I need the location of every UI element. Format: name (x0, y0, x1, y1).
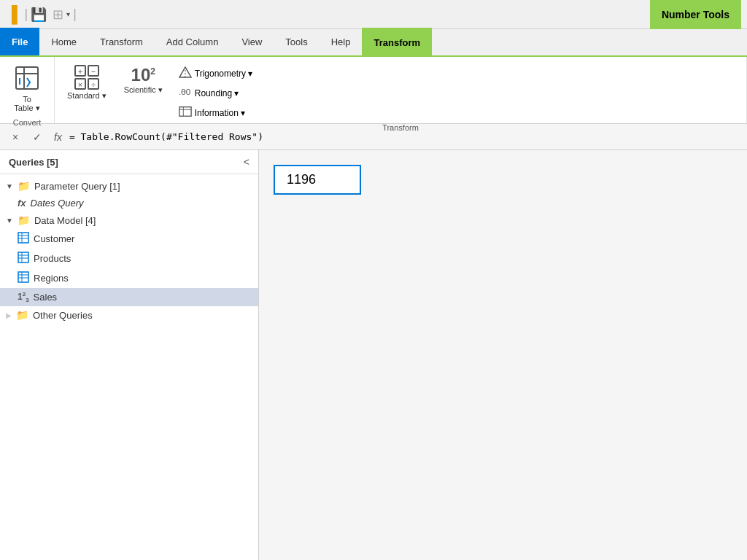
sidebar-item-customer[interactable]: Customer (0, 229, 258, 249)
scientific-icon: 102 (131, 65, 155, 85)
transform-group-label: Transform (62, 122, 739, 132)
transform-items: + − × ÷ Standard ▾ 102 Scientific ▾ (62, 61, 256, 122)
tab-help[interactable]: Help (320, 28, 363, 55)
to-table-label: To Table ▾ (14, 95, 39, 113)
scientific-label: Scientific ▾ (124, 85, 163, 95)
to-table-button[interactable]: To Table ▾ (7, 61, 47, 117)
data-cell[interactable]: 1196 (274, 165, 361, 195)
item-label: Dates Query (31, 198, 84, 209)
svg-marker-11 (179, 67, 191, 77)
svg-text:→: → (180, 88, 186, 95)
sidebar-title: Queries [5] (9, 157, 58, 168)
sidebar-item-parameter-query[interactable]: ▼ 📁 Parameter Query [1] (0, 177, 258, 195)
tab-add-column[interactable]: Add Column (155, 28, 231, 55)
svg-rect-22 (18, 252, 28, 262)
arrow-icon: ▼ (6, 217, 13, 225)
folder-icon: 📁 (18, 180, 30, 192)
item-label: Regions (34, 273, 69, 284)
numeric-icon: 123 (18, 291, 29, 303)
main-area: Queries [5] < ▼ 📁 Parameter Query [1] fx… (0, 150, 747, 560)
sidebar-item-other-queries[interactable]: ▶ 📁 Other Queries (0, 306, 258, 324)
trigonometry-button[interactable]: Trigonometry ▾ (175, 64, 257, 82)
item-label: Data Model [4] (34, 215, 96, 226)
table-icon (18, 271, 29, 285)
information-button[interactable]: Information ▾ (175, 104, 257, 122)
tab-view[interactable]: View (230, 28, 274, 55)
rounding-button[interactable]: .00 → Rounding ▾ (175, 84, 257, 102)
fx-icon: fx (18, 198, 26, 209)
information-label: Information ▾ (195, 108, 245, 118)
save-icon[interactable]: 💾 (31, 7, 47, 23)
separator-3: | (73, 7, 77, 22)
folder-icon: 📁 (18, 214, 30, 226)
convert-group-label: Convert (7, 117, 47, 127)
dropdown-col: Trigonometry ▾ .00 → Rounding ▾ (175, 64, 257, 122)
sidebar-item-products[interactable]: Products (0, 249, 258, 268)
svg-text:−: − (91, 67, 96, 76)
sidebar-item-regions[interactable]: Regions (0, 268, 258, 288)
tab-transform-contextual[interactable]: Transform (362, 28, 432, 55)
sidebar-item-data-model[interactable]: ▼ 📁 Data Model [4] (0, 211, 258, 229)
svg-text:×: × (78, 80, 82, 89)
title-bar: ▐ | 💾 ⊞ ▾ | Number Tools (0, 0, 747, 29)
item-label: Products (34, 253, 71, 264)
information-icon (179, 106, 192, 120)
sidebar-header: Queries [5] < (0, 150, 258, 174)
item-label: Customer (34, 233, 74, 244)
tab-transform[interactable]: Transform (88, 28, 155, 55)
arrow-icon: ▼ (6, 182, 13, 190)
data-area: 1196 (259, 150, 747, 560)
svg-text:+: + (78, 67, 82, 76)
standard-icon: + − × ÷ (74, 65, 99, 91)
separator-1: | (25, 7, 28, 22)
ribbon-group-convert: To Table ▾ Convert (0, 57, 55, 123)
scientific-button[interactable]: 102 Scientific ▾ (119, 61, 168, 98)
sidebar-item-dates-query[interactable]: fx Dates Query (0, 195, 258, 211)
sidebar-item-sales[interactable]: 123 Sales (0, 288, 258, 306)
tab-file[interactable]: File (0, 28, 39, 55)
table-icon (18, 252, 29, 265)
svg-rect-18 (18, 233, 28, 243)
item-label: Sales (34, 292, 58, 303)
confirm-button[interactable]: ✓ (28, 128, 47, 147)
arrow-icon: ▶ (6, 311, 12, 319)
sidebar-collapse-button[interactable]: < (244, 156, 249, 168)
ribbon-content: To Table ▾ Convert + − × ÷ (0, 57, 747, 124)
tab-home[interactable]: Home (39, 28, 88, 55)
fx-label: fx (54, 131, 62, 143)
svg-text:÷: ÷ (91, 80, 96, 89)
folder-icon: 📁 (16, 309, 28, 321)
sidebar-list: ▼ 📁 Parameter Query [1] fx Dates Query ▼… (0, 174, 258, 560)
formula-input[interactable] (69, 131, 741, 142)
app-logo: ▐ (6, 5, 18, 24)
trigonometry-label: Trigonometry ▾ (195, 69, 253, 79)
convert-items: To Table ▾ (7, 61, 47, 117)
table-icon (18, 232, 29, 246)
to-table-icon (14, 65, 40, 95)
number-tools-badge: Number Tools (650, 0, 741, 29)
quick-access-dropdown[interactable]: ▾ (66, 10, 70, 18)
item-label: Parameter Query [1] (34, 181, 120, 192)
cancel-button[interactable]: × (6, 128, 25, 147)
svg-rect-26 (18, 272, 28, 282)
trigonometry-icon (179, 66, 192, 80)
item-label: Other Queries (33, 310, 93, 321)
ribbon-tabs: File Home Transform Add Column View Tool… (0, 29, 747, 57)
rounding-icon: .00 → (179, 86, 192, 100)
separator-2: ⊞ (53, 7, 63, 23)
ribbon-group-transform: + − × ÷ Standard ▾ 102 Scientific ▾ (55, 57, 747, 123)
standard-button[interactable]: + − × ÷ Standard ▾ (62, 61, 112, 104)
standard-label: Standard ▾ (67, 91, 107, 101)
rounding-label: Rounding ▾ (195, 88, 239, 98)
sidebar: Queries [5] < ▼ 📁 Parameter Query [1] fx… (0, 150, 259, 560)
tab-tools[interactable]: Tools (274, 28, 319, 55)
svg-rect-15 (179, 107, 191, 117)
